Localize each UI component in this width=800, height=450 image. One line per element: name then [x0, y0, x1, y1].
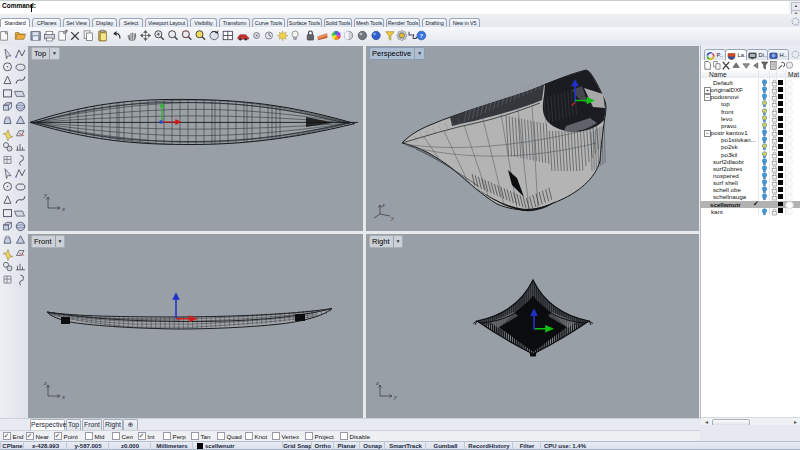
svg-text:y: y	[393, 393, 398, 401]
svg-text:x: x	[61, 393, 66, 401]
svg-text:x: x	[61, 205, 66, 213]
svg-text:z: z	[381, 201, 385, 209]
svg-text:y: y	[390, 214, 395, 222]
svg-text:z: z	[43, 379, 47, 387]
svg-text:?: ?	[420, 32, 424, 40]
svg-text:z: z	[375, 379, 379, 387]
